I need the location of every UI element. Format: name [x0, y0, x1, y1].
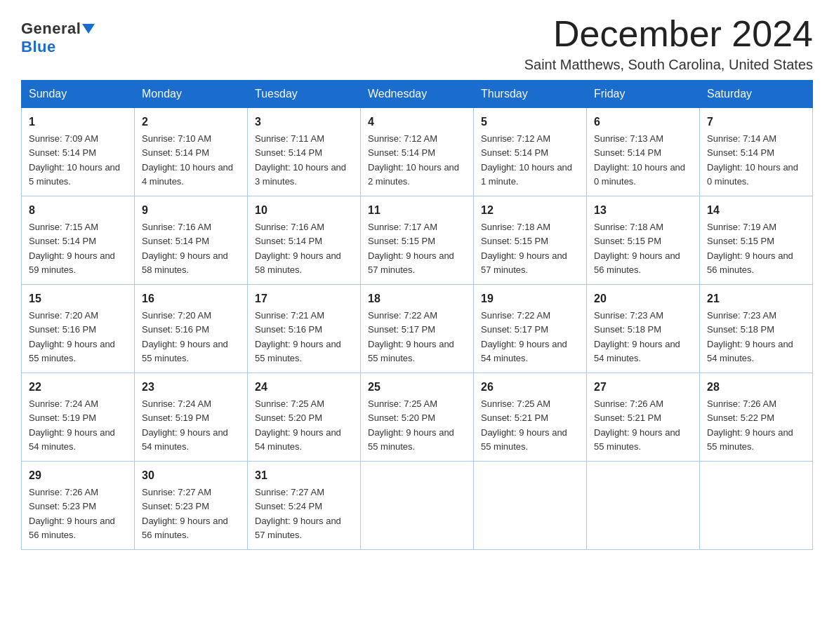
day-info: Sunrise: 7:18 AMSunset: 5:15 PMDaylight:… [481, 222, 567, 275]
day-info: Sunrise: 7:09 AMSunset: 5:14 PMDaylight:… [29, 133, 120, 187]
day-info: Sunrise: 7:16 AMSunset: 5:14 PMDaylight:… [255, 222, 341, 275]
table-row [361, 462, 474, 550]
day-info: Sunrise: 7:27 AMSunset: 5:23 PMDaylight:… [142, 487, 228, 540]
day-info: Sunrise: 7:23 AMSunset: 5:18 PMDaylight:… [707, 310, 793, 363]
day-number: 17 [255, 290, 353, 307]
day-info: Sunrise: 7:19 AMSunset: 5:15 PMDaylight:… [707, 222, 793, 275]
day-info: Sunrise: 7:13 AMSunset: 5:14 PMDaylight:… [594, 133, 685, 187]
table-row: 10 Sunrise: 7:16 AMSunset: 5:14 PMDaylig… [248, 196, 361, 285]
header-thursday: Thursday [474, 81, 587, 108]
day-info: Sunrise: 7:17 AMSunset: 5:15 PMDaylight:… [368, 222, 454, 275]
day-info: Sunrise: 7:20 AMSunset: 5:16 PMDaylight:… [29, 310, 115, 363]
day-number: 31 [255, 467, 353, 484]
table-row: 22 Sunrise: 7:24 AMSunset: 5:19 PMDaylig… [22, 373, 135, 462]
day-number: 3 [255, 114, 353, 130]
header-row: Sunday Monday Tuesday Wednesday Thursday… [22, 81, 813, 108]
day-info: Sunrise: 7:10 AMSunset: 5:14 PMDaylight:… [142, 133, 233, 187]
day-number: 19 [481, 290, 579, 307]
table-row: 4 Sunrise: 7:12 AMSunset: 5:14 PMDayligh… [361, 108, 474, 196]
table-row: 26 Sunrise: 7:25 AMSunset: 5:21 PMDaylig… [474, 373, 587, 462]
header-monday: Monday [135, 81, 248, 108]
header-wednesday: Wednesday [361, 81, 474, 108]
logo: General Blue [21, 14, 95, 56]
day-info: Sunrise: 7:25 AMSunset: 5:20 PMDaylight:… [255, 398, 341, 452]
table-row: 20 Sunrise: 7:23 AMSunset: 5:18 PMDaylig… [587, 285, 700, 373]
day-number: 5 [481, 114, 579, 130]
table-row [474, 462, 587, 550]
table-row: 14 Sunrise: 7:19 AMSunset: 5:15 PMDaylig… [700, 196, 813, 285]
day-info: Sunrise: 7:21 AMSunset: 5:16 PMDaylight:… [255, 310, 341, 363]
table-row: 2 Sunrise: 7:10 AMSunset: 5:14 PMDayligh… [135, 108, 248, 196]
day-info: Sunrise: 7:23 AMSunset: 5:18 PMDaylight:… [594, 310, 680, 363]
header-sunday: Sunday [22, 81, 135, 108]
day-number: 20 [594, 290, 692, 307]
title-area: December 2024 Saint Matthews, South Caro… [524, 14, 813, 73]
day-number: 12 [481, 202, 579, 219]
day-info: Sunrise: 7:26 AMSunset: 5:23 PMDaylight:… [29, 487, 115, 540]
day-info: Sunrise: 7:11 AMSunset: 5:14 PMDaylight:… [255, 133, 346, 187]
table-row: 29 Sunrise: 7:26 AMSunset: 5:23 PMDaylig… [22, 462, 135, 550]
header-tuesday: Tuesday [248, 81, 361, 108]
day-info: Sunrise: 7:22 AMSunset: 5:17 PMDaylight:… [481, 310, 567, 363]
table-row: 27 Sunrise: 7:26 AMSunset: 5:21 PMDaylig… [587, 373, 700, 462]
table-row: 8 Sunrise: 7:15 AMSunset: 5:14 PMDayligh… [22, 196, 135, 285]
table-row: 23 Sunrise: 7:24 AMSunset: 5:19 PMDaylig… [135, 373, 248, 462]
day-number: 22 [29, 379, 127, 396]
day-number: 6 [594, 114, 692, 130]
day-info: Sunrise: 7:12 AMSunset: 5:14 PMDaylight:… [368, 133, 459, 187]
day-number: 26 [481, 379, 579, 396]
table-row [587, 462, 700, 550]
table-row: 3 Sunrise: 7:11 AMSunset: 5:14 PMDayligh… [248, 108, 361, 196]
calendar-week-row: 29 Sunrise: 7:26 AMSunset: 5:23 PMDaylig… [22, 462, 813, 550]
table-row: 9 Sunrise: 7:16 AMSunset: 5:14 PMDayligh… [135, 196, 248, 285]
table-row: 12 Sunrise: 7:18 AMSunset: 5:15 PMDaylig… [474, 196, 587, 285]
day-number: 21 [707, 290, 805, 307]
calendar-week-row: 8 Sunrise: 7:15 AMSunset: 5:14 PMDayligh… [22, 196, 813, 285]
day-info: Sunrise: 7:24 AMSunset: 5:19 PMDaylight:… [29, 398, 115, 452]
day-number: 28 [707, 379, 805, 396]
day-number: 7 [707, 114, 805, 130]
day-info: Sunrise: 7:27 AMSunset: 5:24 PMDaylight:… [255, 487, 341, 540]
day-info: Sunrise: 7:12 AMSunset: 5:14 PMDaylight:… [481, 133, 572, 187]
day-number: 10 [255, 202, 353, 219]
calendar-table: Sunday Monday Tuesday Wednesday Thursday… [21, 80, 813, 550]
day-number: 18 [368, 290, 466, 307]
table-row: 21 Sunrise: 7:23 AMSunset: 5:18 PMDaylig… [700, 285, 813, 373]
day-number: 8 [29, 202, 127, 219]
table-row: 7 Sunrise: 7:14 AMSunset: 5:14 PMDayligh… [700, 108, 813, 196]
table-row: 28 Sunrise: 7:26 AMSunset: 5:22 PMDaylig… [700, 373, 813, 462]
day-number: 23 [142, 379, 240, 396]
table-row: 11 Sunrise: 7:17 AMSunset: 5:15 PMDaylig… [361, 196, 474, 285]
table-row: 25 Sunrise: 7:25 AMSunset: 5:20 PMDaylig… [361, 373, 474, 462]
table-row: 1 Sunrise: 7:09 AMSunset: 5:14 PMDayligh… [22, 108, 135, 196]
day-info: Sunrise: 7:22 AMSunset: 5:17 PMDaylight:… [368, 310, 454, 363]
subtitle: Saint Matthews, South Carolina, United S… [524, 57, 813, 73]
day-number: 13 [594, 202, 692, 219]
header: General Blue December 2024 Saint Matthew… [21, 14, 813, 73]
table-row: 16 Sunrise: 7:20 AMSunset: 5:16 PMDaylig… [135, 285, 248, 373]
day-number: 24 [255, 379, 353, 396]
table-row: 31 Sunrise: 7:27 AMSunset: 5:24 PMDaylig… [248, 462, 361, 550]
day-number: 9 [142, 202, 240, 219]
day-info: Sunrise: 7:25 AMSunset: 5:21 PMDaylight:… [481, 398, 567, 452]
day-number: 30 [142, 467, 240, 484]
table-row [700, 462, 813, 550]
calendar-week-row: 15 Sunrise: 7:20 AMSunset: 5:16 PMDaylig… [22, 285, 813, 373]
day-number: 27 [594, 379, 692, 396]
table-row: 15 Sunrise: 7:20 AMSunset: 5:16 PMDaylig… [22, 285, 135, 373]
table-row: 30 Sunrise: 7:27 AMSunset: 5:23 PMDaylig… [135, 462, 248, 550]
day-info: Sunrise: 7:16 AMSunset: 5:14 PMDaylight:… [142, 222, 228, 275]
day-info: Sunrise: 7:15 AMSunset: 5:14 PMDaylight:… [29, 222, 115, 275]
logo-general: General [21, 20, 81, 38]
day-info: Sunrise: 7:26 AMSunset: 5:22 PMDaylight:… [707, 398, 793, 452]
logo-triangle-icon [82, 24, 95, 34]
calendar-week-row: 22 Sunrise: 7:24 AMSunset: 5:19 PMDaylig… [22, 373, 813, 462]
day-info: Sunrise: 7:26 AMSunset: 5:21 PMDaylight:… [594, 398, 680, 452]
day-number: 15 [29, 290, 127, 307]
header-saturday: Saturday [700, 81, 813, 108]
table-row: 17 Sunrise: 7:21 AMSunset: 5:16 PMDaylig… [248, 285, 361, 373]
table-row: 19 Sunrise: 7:22 AMSunset: 5:17 PMDaylig… [474, 285, 587, 373]
day-number: 1 [29, 114, 127, 130]
day-info: Sunrise: 7:25 AMSunset: 5:20 PMDaylight:… [368, 398, 454, 452]
day-info: Sunrise: 7:20 AMSunset: 5:16 PMDaylight:… [142, 310, 228, 363]
